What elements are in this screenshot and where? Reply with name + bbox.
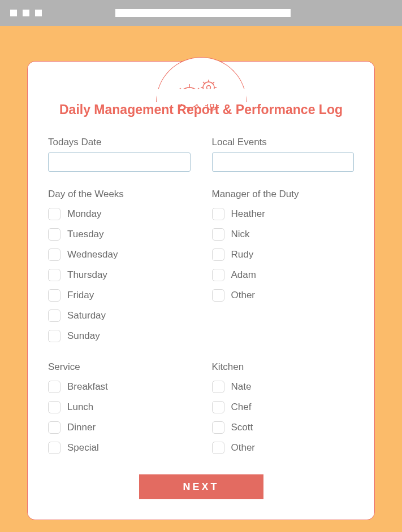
day-checkbox-wednesday[interactable] bbox=[48, 248, 60, 261]
local-events-input[interactable] bbox=[212, 152, 355, 172]
day-checkbox-thursday[interactable] bbox=[48, 269, 60, 281]
day-checkbox-tuesday[interactable] bbox=[48, 228, 60, 241]
svg-line-7 bbox=[180, 105, 182, 107]
manager-checkbox-nick[interactable] bbox=[212, 228, 224, 241]
section-service: Service BreakfastLunchDinnerSpecial bbox=[48, 361, 191, 469]
window-dot[interactable] bbox=[23, 10, 29, 16]
day-label-sunday: Sunday bbox=[67, 330, 100, 342]
header-bump-mask bbox=[157, 89, 246, 104]
days-label: Day of the Weeks bbox=[48, 189, 191, 200]
kitchen-label: Kitchen bbox=[212, 361, 355, 373]
list-item: Chef bbox=[212, 401, 355, 413]
list-item: Tuesday bbox=[48, 228, 191, 241]
list-item: Rudy bbox=[212, 248, 355, 261]
day-label-thursday: Thursday bbox=[67, 269, 107, 281]
todays-date-input[interactable] bbox=[48, 152, 191, 172]
list-item: Friday bbox=[48, 289, 191, 302]
kitchen-label-other: Other bbox=[231, 442, 256, 453]
day-label-tuesday: Tuesday bbox=[67, 229, 104, 240]
svg-line-8 bbox=[196, 105, 198, 107]
kitchen-checkbox-chef[interactable] bbox=[212, 401, 224, 413]
manager-label: Manager of the Duty bbox=[212, 189, 355, 200]
svg-line-16 bbox=[213, 82, 214, 84]
kitchen-checkbox-scott[interactable] bbox=[212, 421, 224, 434]
list-item: Monday bbox=[48, 208, 191, 220]
manager-checkbox-other[interactable] bbox=[212, 289, 224, 302]
service-label: Service bbox=[48, 361, 191, 373]
day-checkbox-monday[interactable] bbox=[48, 208, 60, 220]
svg-line-28 bbox=[215, 109, 217, 111]
service-label-lunch: Lunch bbox=[67, 402, 93, 413]
day-label-friday: Friday bbox=[67, 290, 94, 301]
section-days: Day of the Weeks MondayTuesdayWednesdayT… bbox=[48, 189, 191, 357]
service-label-dinner: Dinner bbox=[67, 422, 96, 433]
next-button[interactable]: NEXT bbox=[139, 474, 263, 499]
service-label-special: Special bbox=[67, 442, 99, 453]
day-checkbox-saturday[interactable] bbox=[48, 309, 60, 322]
kitchen-checkbox-other[interactable] bbox=[212, 442, 224, 454]
kitchen-label-nate: Nate bbox=[231, 381, 252, 393]
service-checkbox-special[interactable] bbox=[48, 442, 60, 454]
day-label-monday: Monday bbox=[67, 208, 101, 220]
list-item: Other bbox=[212, 289, 355, 302]
day-label-saturday: Saturday bbox=[67, 310, 106, 321]
page-background: Daily Management Report & Performance Lo… bbox=[0, 26, 402, 532]
manager-checkbox-rudy[interactable] bbox=[212, 248, 224, 261]
url-bar[interactable] bbox=[115, 9, 291, 17]
manager-label-nick: Nick bbox=[231, 229, 250, 240]
manager-label-rudy: Rudy bbox=[231, 249, 254, 260]
section-kitchen: Kitchen NateChefScottOther bbox=[212, 361, 355, 469]
manager-checkbox-adam[interactable] bbox=[212, 269, 224, 281]
list-item: Scott bbox=[212, 421, 355, 434]
kitchen-label-scott: Scott bbox=[231, 422, 253, 433]
svg-point-20 bbox=[210, 104, 214, 107]
list-item: Dinner bbox=[48, 421, 191, 434]
field-local-events: Local Events bbox=[212, 137, 355, 184]
kitchen-checkbox-nate[interactable] bbox=[212, 381, 224, 393]
list-item: Wednesday bbox=[48, 248, 191, 261]
list-item: Nate bbox=[212, 381, 355, 393]
manager-label-other: Other bbox=[231, 290, 256, 301]
service-checkbox-dinner[interactable] bbox=[48, 421, 60, 434]
service-checkbox-lunch[interactable] bbox=[48, 401, 60, 413]
list-item: Saturday bbox=[48, 309, 191, 322]
list-item: Special bbox=[48, 442, 191, 454]
list-item: Lunch bbox=[48, 401, 191, 413]
day-checkbox-friday[interactable] bbox=[48, 289, 60, 302]
window-controls bbox=[10, 10, 42, 16]
list-item: Adam bbox=[212, 269, 355, 281]
window-dot[interactable] bbox=[10, 10, 17, 16]
list-item: Thursday bbox=[48, 269, 191, 281]
day-checkbox-sunday[interactable] bbox=[48, 330, 60, 342]
form-card: Daily Management Report & Performance Lo… bbox=[27, 61, 375, 520]
list-item: Sunday bbox=[48, 330, 191, 342]
field-todays-date: Todays Date bbox=[48, 137, 191, 184]
kitchen-label-chef: Chef bbox=[231, 402, 252, 413]
local-events-label: Local Events bbox=[212, 137, 355, 148]
service-checkbox-breakfast[interactable] bbox=[48, 381, 60, 393]
browser-chrome bbox=[0, 0, 402, 26]
manager-label-heather: Heather bbox=[231, 208, 265, 220]
manager-checkbox-heather[interactable] bbox=[212, 208, 224, 220]
list-item: Nick bbox=[212, 228, 355, 241]
svg-line-27 bbox=[207, 109, 209, 111]
manager-label-adam: Adam bbox=[231, 269, 256, 281]
list-item: Other bbox=[212, 442, 355, 454]
list-item: Heather bbox=[212, 208, 355, 220]
todays-date-label: Todays Date bbox=[48, 137, 191, 148]
svg-line-19 bbox=[203, 82, 205, 84]
day-label-wednesday: Wednesday bbox=[67, 249, 118, 260]
service-label-breakfast: Breakfast bbox=[67, 381, 108, 393]
section-manager: Manager of the Duty HeatherNickRudyAdamO… bbox=[212, 189, 355, 357]
window-dot[interactable] bbox=[35, 10, 42, 16]
list-item: Breakfast bbox=[48, 381, 191, 393]
